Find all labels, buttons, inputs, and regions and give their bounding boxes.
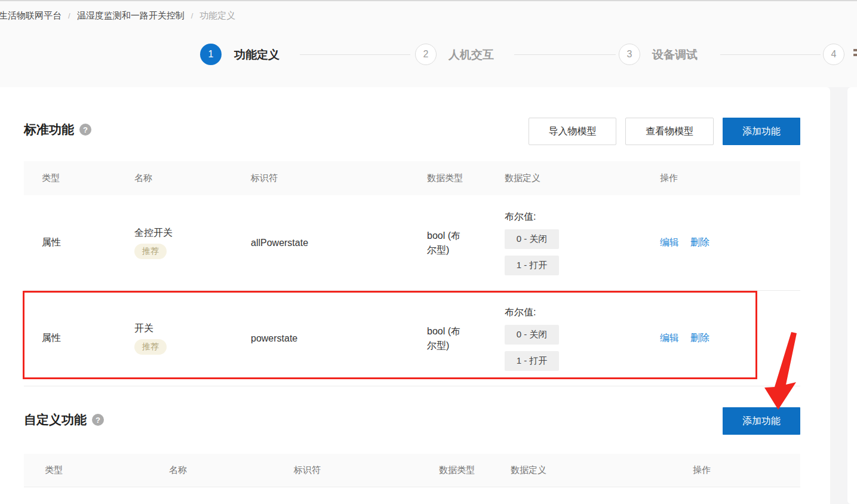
import-thing-model-button[interactable]: 导入物模型	[529, 118, 616, 145]
row-name: 开关	[134, 322, 153, 335]
function-definition-page: 生活物联网平台 / 温湿度监测和一路开关控制 / 功能定义 1 功能定义 2 人…	[0, 0, 857, 504]
step-2-number: 2	[423, 49, 429, 60]
recommended-badge: 推荐	[134, 339, 167, 355]
step-2-circle[interactable]: 2	[415, 44, 437, 65]
table-row-highlighted: 属性 开关 推荐 powerstate bool (布尔型) 布尔值: 0 - …	[24, 291, 800, 386]
step-1-label: 功能定义	[234, 47, 279, 63]
header-type: 类型	[24, 465, 148, 476]
standard-functions-title: 标准功能 ?	[24, 121, 91, 138]
edit-link[interactable]: 编辑	[660, 332, 679, 345]
delete-link[interactable]: 删除	[690, 236, 709, 249]
row-datatype: bool (布尔型)	[427, 324, 470, 352]
step-connector	[514, 54, 616, 55]
bool-value-0: 0 - 关闭	[505, 229, 559, 249]
step-3-label[interactable]: 设备调试	[652, 47, 698, 63]
view-thing-model-button[interactable]: 查看物模型	[625, 118, 714, 145]
custom-functions-table: 类型 名称 标识符 数据类型 数据定义 操作	[24, 454, 800, 487]
custom-functions-title-text: 自定义功能	[24, 411, 87, 428]
add-function-button-custom[interactable]: 添加功能	[723, 407, 800, 435]
breadcrumb-separator: /	[68, 11, 70, 20]
breadcrumb-current: 功能定义	[199, 10, 235, 21]
header-identifier: 标识符	[242, 173, 418, 184]
table-row: 属性 全控开关 推荐 allPowerstate bool (布尔型) 布尔值:…	[24, 195, 800, 291]
header-datatype: 数据类型	[418, 173, 496, 184]
help-icon[interactable]: ?	[79, 124, 91, 136]
header-type: 类型	[24, 173, 125, 184]
header-actions: 操作	[672, 465, 800, 476]
breadcrumb-product[interactable]: 温湿度监测和一路开关控制	[77, 10, 185, 21]
side-panel-edge	[847, 87, 857, 504]
step-1-number: 1	[208, 49, 214, 60]
table-header-row: 类型 名称 标识符 数据类型 数据定义 操作	[24, 161, 800, 195]
breadcrumb: 生活物联网平台 / 温湿度监测和一路开关控制 / 功能定义	[0, 10, 235, 21]
step-4-circle[interactable]: 4	[823, 44, 844, 65]
help-icon[interactable]: ?	[92, 414, 104, 426]
add-function-button-standard[interactable]: 添加功能	[723, 118, 800, 145]
step-3-circle[interactable]: 3	[619, 44, 640, 65]
bool-value-1: 1 - 打开	[505, 351, 559, 371]
standard-functions-table: 类型 名称 标识符 数据类型 数据定义 操作 属性 全控开关 推荐 allPow…	[24, 161, 800, 386]
step-connector	[720, 54, 821, 55]
header-datadef: 数据定义	[490, 465, 672, 476]
header-datadef: 数据定义	[496, 173, 651, 184]
step-4-number: 4	[831, 49, 837, 60]
table-header-row: 类型 名称 标识符 数据类型 数据定义 操作	[24, 454, 800, 487]
breadcrumb-platform[interactable]: 生活物联网平台	[0, 10, 62, 21]
bool-value-label: 布尔值:	[505, 306, 651, 319]
standard-functions-title-text: 标准功能	[24, 121, 74, 138]
step-connector	[300, 54, 410, 55]
edit-link[interactable]: 编辑	[660, 236, 679, 249]
row-name: 全控开关	[134, 227, 173, 239]
row-datatype: bool (布尔型)	[427, 229, 470, 256]
row-type: 属性	[24, 236, 125, 249]
top-band: 生活物联网平台 / 温湿度监测和一路开关控制 / 功能定义 1 功能定义 2 人…	[0, 0, 857, 87]
step-4-label-cutoff	[853, 49, 857, 61]
custom-functions-title: 自定义功能 ?	[24, 411, 104, 428]
step-2-label[interactable]: 人机交互	[449, 47, 494, 63]
breadcrumb-separator: /	[191, 11, 193, 20]
main-content-card: 标准功能 ? 导入物模型 查看物模型 添加功能 类型 名称 标识符 数据类型 数…	[0, 87, 830, 504]
header-name: 名称	[148, 465, 273, 476]
bool-value-label: 布尔值:	[505, 211, 651, 223]
delete-link[interactable]: 删除	[690, 332, 709, 345]
row-type: 属性	[24, 332, 125, 345]
bool-value-1: 1 - 打开	[505, 256, 559, 275]
row-identifier: powerstate	[242, 333, 418, 344]
header-identifier: 标识符	[273, 465, 418, 476]
recommended-badge: 推荐	[134, 244, 167, 259]
header-actions: 操作	[651, 173, 800, 184]
step-1-circle: 1	[200, 44, 222, 65]
header-name: 名称	[125, 173, 242, 184]
row-identifier: allPowerstate	[242, 238, 418, 248]
step-3-number: 3	[627, 49, 632, 60]
bool-value-0: 0 - 关闭	[505, 325, 559, 345]
header-datatype: 数据类型	[418, 465, 490, 476]
